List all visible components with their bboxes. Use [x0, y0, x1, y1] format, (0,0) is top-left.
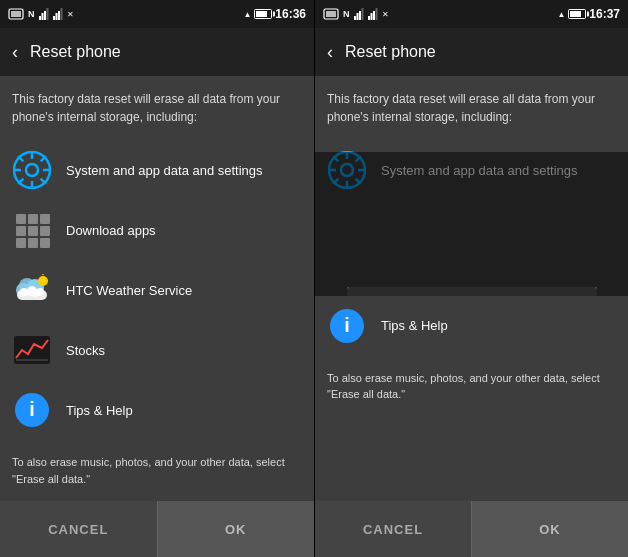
svg-rect-20	[16, 214, 26, 224]
battery-icon	[254, 9, 272, 19]
svg-text:i: i	[29, 398, 35, 420]
tips-icon-2: i	[327, 306, 367, 346]
bottom-bar-1: CANCEL OK	[0, 501, 314, 557]
footer-text-2: To also erase music, photos, and your ot…	[327, 356, 616, 413]
weather-icon	[12, 270, 52, 310]
svg-rect-44	[354, 16, 356, 20]
svg-rect-9	[60, 8, 62, 20]
toolbar-1: ‹ Reset phone	[0, 28, 314, 76]
back-button-2[interactable]: ‹	[327, 42, 333, 63]
svg-rect-51	[375, 8, 377, 20]
tips-label-2: Tips & Help	[381, 318, 448, 333]
status-time-1: 16:36	[275, 7, 306, 21]
svg-rect-27	[28, 238, 38, 248]
svg-rect-49	[370, 13, 372, 20]
svg-point-34	[27, 286, 37, 296]
stocks-label: Stocks	[66, 343, 105, 358]
ok-button-2[interactable]: OK	[472, 501, 628, 557]
svg-rect-47	[361, 8, 363, 20]
weather-label: HTC Weather Service	[66, 283, 192, 298]
tips-label: Tips & Help	[66, 403, 133, 418]
x-icon: ✕	[67, 10, 74, 19]
wifi-icon-2: ▲	[557, 10, 565, 19]
svg-rect-6	[53, 16, 55, 20]
nfc-icon: N	[28, 9, 35, 19]
list-item-tips-2: i Tips & Help	[327, 296, 616, 356]
svg-rect-48	[368, 16, 370, 20]
status-time-2: 16:37	[589, 7, 620, 21]
cancel-button-1[interactable]: CANCEL	[0, 501, 157, 557]
toolbar-title-1: Reset phone	[30, 43, 121, 61]
back-button-1[interactable]: ‹	[12, 42, 18, 63]
svg-rect-1	[11, 11, 21, 17]
toolbar-title-2: Reset phone	[345, 43, 436, 61]
svg-rect-45	[356, 13, 358, 20]
svg-text:i: i	[344, 314, 350, 336]
dialog-overlay: Warning Erase all your personal informat…	[315, 152, 628, 296]
screen2: N ✕ ▲ 16:37 ‹ Reset phone	[314, 0, 628, 557]
svg-rect-5	[46, 8, 48, 20]
footer-text-1: To also erase music, photos, and your ot…	[12, 440, 302, 497]
bottom-bar-2: CANCEL OK	[315, 501, 628, 557]
system-icon	[12, 150, 52, 190]
warning-dialog: Warning Erase all your personal informat…	[347, 287, 597, 296]
svg-rect-22	[40, 214, 50, 224]
screen1: N ✕ ▲ 16:36 ‹ Reset phone	[0, 0, 314, 557]
status-icons-left: N ✕	[8, 8, 74, 20]
apps-label: Download apps	[66, 223, 156, 238]
svg-rect-2	[39, 16, 41, 20]
list-item-tips: i Tips & Help	[12, 380, 302, 440]
ok-button-1[interactable]: OK	[158, 501, 315, 557]
cancel-button-2[interactable]: CANCEL	[315, 501, 471, 557]
signal-icon-3	[354, 8, 364, 20]
svg-rect-3	[41, 13, 43, 20]
description-1: This factory data reset will erase all d…	[12, 90, 302, 126]
svg-rect-8	[58, 11, 60, 20]
svg-rect-26	[16, 238, 26, 248]
content-1: This factory data reset will erase all d…	[0, 76, 314, 501]
svg-rect-25	[40, 226, 50, 236]
status-bar-1: N ✕ ▲ 16:36	[0, 0, 314, 28]
svg-rect-28	[40, 238, 50, 248]
sim-icon	[8, 8, 24, 20]
list-item-system: System and app data and settings	[12, 140, 302, 200]
content-2: This factory data reset will erase all d…	[315, 76, 628, 296]
apps-icon	[12, 210, 52, 250]
dialog-title: Warning	[347, 287, 597, 296]
svg-rect-21	[28, 214, 38, 224]
svg-rect-50	[373, 11, 375, 20]
svg-point-11	[26, 164, 38, 176]
signal-icon-4	[368, 8, 378, 20]
list-item-apps: Download apps	[12, 200, 302, 260]
description-2: This factory data reset will erase all d…	[327, 90, 616, 126]
list-item-weather: HTC Weather Service	[12, 260, 302, 320]
signal-icon	[39, 8, 49, 20]
svg-point-33	[20, 288, 28, 296]
svg-rect-7	[55, 13, 57, 20]
status-bar-2: N ✕ ▲ 16:37	[315, 0, 628, 28]
signal-icon-2	[53, 8, 63, 20]
svg-point-36	[38, 276, 48, 286]
list-item-stocks: Stocks	[12, 320, 302, 380]
tips-icon: i	[12, 390, 52, 430]
svg-rect-24	[28, 226, 38, 236]
content-below-dialog: i Tips & Help To also erase music, photo…	[315, 296, 628, 502]
status-icons-right-2: ▲ 16:37	[557, 7, 620, 21]
x-icon-2: ✕	[382, 10, 389, 19]
status-icons-right: ▲ 16:36	[243, 7, 306, 21]
stocks-icon	[12, 330, 52, 370]
svg-rect-23	[16, 226, 26, 236]
system-label: System and app data and settings	[66, 163, 263, 178]
nfc-icon-2: N	[343, 9, 350, 19]
wifi-icon: ▲	[243, 10, 251, 19]
svg-point-35	[36, 288, 44, 296]
status-icons-left-2: N ✕	[323, 8, 389, 20]
sim-icon-2	[323, 8, 339, 20]
svg-rect-4	[44, 11, 46, 20]
toolbar-2: ‹ Reset phone	[315, 28, 628, 76]
svg-rect-46	[359, 11, 361, 20]
svg-rect-43	[326, 11, 336, 17]
battery-icon-2	[568, 9, 586, 19]
